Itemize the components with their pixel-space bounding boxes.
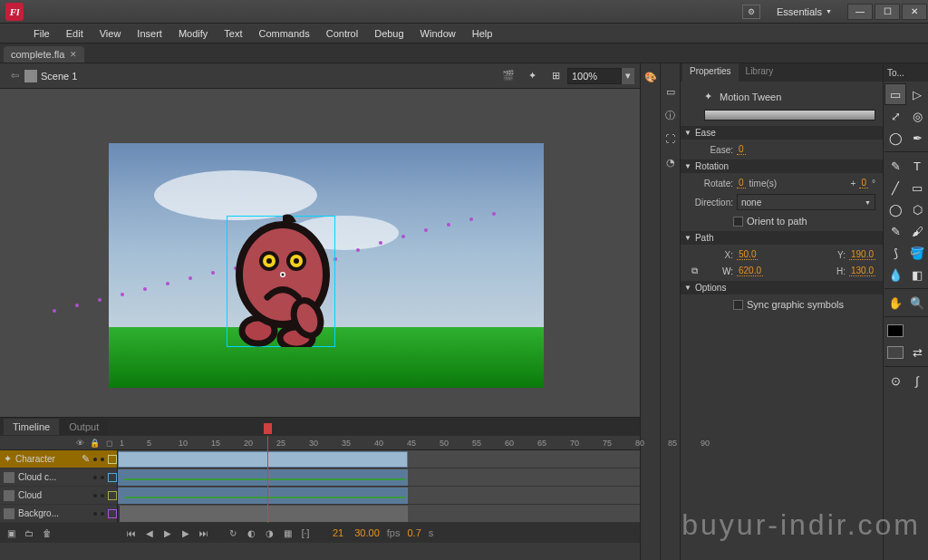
history-panel-icon[interactable]: ◔	[662, 154, 679, 170]
free-transform-tool[interactable]: ⤢	[884, 105, 906, 127]
edit-scene-icon[interactable]: 🎬	[498, 66, 518, 86]
snap-option[interactable]: ⊙	[884, 370, 906, 391]
frame-ruler[interactable]: 1 5 10 15 20 25 30 35 40 45 50 55 60 65 …	[118, 436, 640, 449]
info-panel-icon[interactable]: ⓘ	[662, 107, 679, 123]
smooth-option[interactable]: ∫	[906, 370, 928, 391]
section-ease[interactable]: ▼Ease	[681, 126, 883, 140]
menu-modify[interactable]: Modify	[170, 28, 216, 39]
rotate-value[interactable]: 0	[737, 178, 746, 188]
swap-colors[interactable]: ⇄	[906, 342, 928, 363]
selection-tool[interactable]: ▭	[884, 83, 906, 105]
bone-tool[interactable]: ⟆	[884, 242, 906, 264]
play-button[interactable]: ▶	[160, 526, 175, 540]
visibility-icon[interactable]: 👁	[74, 439, 85, 448]
tab-library[interactable]: Library	[739, 63, 781, 82]
stage-canvas[interactable]	[0, 89, 640, 417]
motion-tween-span[interactable]	[118, 469, 408, 486]
minimize-button[interactable]: —	[847, 4, 873, 20]
instance-bar[interactable]	[704, 110, 875, 121]
close-button[interactable]: ✕	[902, 4, 927, 20]
swatches-icon[interactable]: 🎨	[643, 69, 659, 85]
menu-window[interactable]: Window	[412, 28, 464, 39]
layer-row[interactable]: Cloud	[0, 487, 117, 505]
workspace-selector[interactable]: Essentials▼	[768, 5, 841, 19]
playhead[interactable]	[267, 436, 268, 523]
fps-value[interactable]: 30.00	[351, 527, 383, 538]
sync-settings-icon[interactable]: ⚙	[742, 5, 760, 19]
oval-tool[interactable]: ◯	[884, 198, 906, 220]
menu-view[interactable]: View	[92, 28, 130, 39]
tab-output[interactable]: Output	[60, 419, 108, 435]
layer-row[interactable]: ✦Character✎	[0, 450, 117, 468]
menu-edit[interactable]: Edit	[58, 28, 92, 39]
zoom-tool[interactable]: 🔍	[906, 292, 928, 314]
menu-help[interactable]: Help	[464, 28, 501, 39]
path-y[interactable]: 190.0	[849, 249, 875, 260]
fit-icon[interactable]: ⊞	[546, 66, 566, 86]
rotate-degrees[interactable]: 0	[859, 178, 868, 188]
menu-debug[interactable]: Debug	[366, 28, 411, 39]
document-tab[interactable]: complete.fla ✕	[4, 46, 84, 63]
layer-row[interactable]: Backgro...	[0, 505, 117, 523]
pencil-tool[interactable]: ✎	[884, 220, 906, 242]
frame-span[interactable]	[118, 506, 408, 522]
ease-value[interactable]: 0	[737, 144, 746, 155]
path-x[interactable]: 50.0	[737, 249, 758, 260]
text-tool[interactable]: T	[906, 155, 928, 177]
lasso-tool[interactable]: ◯	[884, 127, 906, 149]
link-icon[interactable]: ⧉	[688, 266, 701, 276]
last-frame-button[interactable]: ⏭	[197, 526, 211, 540]
eyedropper-tool[interactable]: 💧	[884, 264, 906, 285]
sync-checkbox[interactable]	[733, 300, 743, 310]
menu-insert[interactable]: Insert	[129, 28, 170, 39]
section-options[interactable]: ▼Options	[681, 281, 883, 294]
section-path[interactable]: ▼Path	[681, 231, 883, 245]
loop-button[interactable]: ↻	[226, 526, 240, 540]
next-frame-button[interactable]: ▶	[179, 526, 193, 540]
transform-panel-icon[interactable]: ⛶	[662, 130, 679, 147]
close-icon[interactable]: ✕	[70, 50, 77, 59]
pen-tool[interactable]: ✒	[906, 127, 928, 149]
layer-row[interactable]: Cloud c...	[0, 468, 117, 487]
prev-frame-button[interactable]: ◀	[142, 526, 157, 540]
section-rotation[interactable]: ▼Rotation	[681, 159, 883, 173]
align-panel-icon[interactable]: ▭	[662, 83, 679, 100]
subselection-tool[interactable]: ▷	[906, 83, 928, 105]
menu-file[interactable]: File	[25, 28, 58, 39]
maximize-button[interactable]: ☐	[875, 4, 900, 20]
delete-layer-button[interactable]: 🗑	[40, 526, 54, 540]
tab-timeline[interactable]: Timeline	[4, 419, 59, 435]
onion-markers-button[interactable]: [·]	[298, 526, 313, 540]
onion-button[interactable]: ◐	[244, 526, 258, 540]
outline-icon[interactable]: ◻	[103, 439, 114, 448]
menu-commands[interactable]: Commands	[250, 28, 317, 39]
hand-tool[interactable]: ✋	[884, 292, 906, 314]
orient-checkbox[interactable]	[733, 217, 743, 227]
direction-select[interactable]: none▼	[737, 194, 875, 210]
line-tool[interactable]: ╱	[884, 177, 906, 198]
menu-text[interactable]: Text	[216, 28, 250, 39]
pen-tool-2[interactable]: ✎	[884, 155, 906, 177]
paint-bucket-tool[interactable]: 🪣	[906, 242, 928, 264]
back-icon[interactable]: ⇦	[5, 70, 24, 82]
edit-symbol-icon[interactable]: ✦	[522, 66, 542, 86]
brush-tool[interactable]: 🖌	[906, 220, 928, 242]
polystar-tool[interactable]: ⬡	[906, 198, 928, 220]
rectangle-tool[interactable]: ▭	[906, 177, 928, 198]
edit-multiple-button[interactable]: ▦	[280, 526, 295, 540]
path-w[interactable]: 620.0	[737, 266, 763, 276]
frames-area[interactable]	[118, 450, 640, 523]
fill-color[interactable]	[884, 342, 906, 363]
tab-properties[interactable]: Properties	[682, 63, 739, 82]
lock-icon[interactable]: 🔒	[89, 439, 100, 448]
stroke-color[interactable]	[884, 320, 906, 342]
motion-tween-span[interactable]	[118, 488, 408, 504]
path-h[interactable]: 130.0	[849, 266, 875, 276]
current-frame[interactable]: 21	[329, 527, 347, 538]
menu-control[interactable]: Control	[318, 28, 366, 39]
onion-outline-button[interactable]: ◑	[262, 526, 276, 540]
motion-tween-span[interactable]	[118, 451, 408, 468]
zoom-value[interactable]: 100%	[567, 68, 622, 84]
zoom-dropdown[interactable]: ▾	[622, 68, 634, 84]
character-symbol[interactable]	[233, 211, 333, 347]
